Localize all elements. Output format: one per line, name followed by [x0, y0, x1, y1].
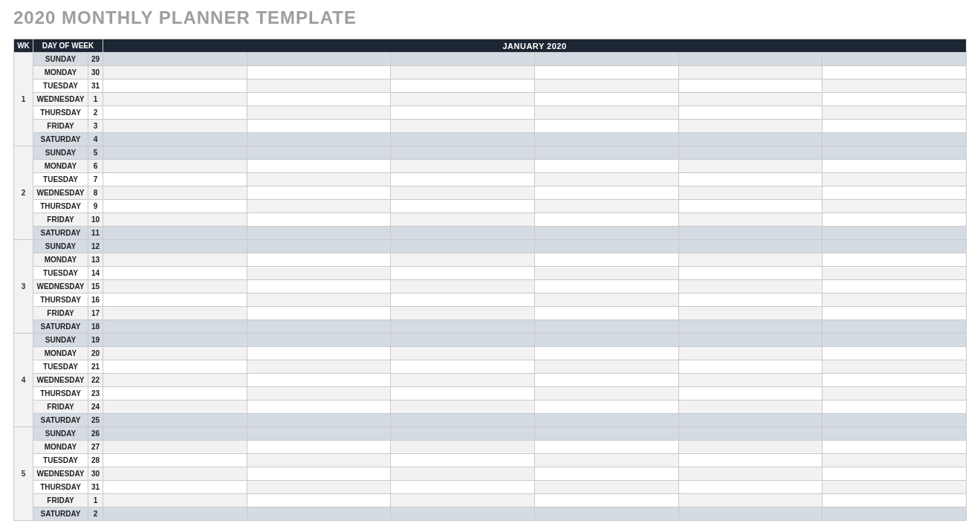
entry-cell[interactable]	[534, 160, 678, 173]
entry-cell[interactable]	[391, 160, 535, 173]
entry-cell[interactable]	[534, 240, 678, 253]
entry-cell[interactable]	[678, 186, 822, 200]
entry-cell[interactable]	[391, 186, 535, 200]
entry-cell[interactable]	[391, 387, 535, 400]
entry-cell[interactable]	[822, 66, 967, 80]
entry-cell[interactable]	[534, 400, 678, 414]
entry-cell[interactable]	[534, 53, 678, 66]
entry-cell[interactable]	[103, 320, 247, 334]
entry-cell[interactable]	[534, 441, 678, 454]
entry-cell[interactable]	[391, 240, 535, 253]
entry-cell[interactable]	[678, 320, 822, 334]
entry-cell[interactable]	[678, 507, 822, 521]
entry-cell[interactable]	[103, 227, 247, 240]
entry-cell[interactable]	[391, 200, 535, 213]
entry-cell[interactable]	[103, 53, 247, 66]
entry-cell[interactable]	[534, 227, 678, 240]
entry-cell[interactable]	[822, 120, 967, 133]
entry-cell[interactable]	[103, 173, 247, 186]
entry-cell[interactable]	[678, 267, 822, 280]
entry-cell[interactable]	[678, 441, 822, 454]
entry-cell[interactable]	[678, 200, 822, 213]
entry-cell[interactable]	[678, 307, 822, 320]
entry-cell[interactable]	[678, 334, 822, 347]
entry-cell[interactable]	[822, 347, 967, 360]
entry-cell[interactable]	[534, 146, 678, 160]
entry-cell[interactable]	[822, 173, 967, 186]
entry-cell[interactable]	[678, 173, 822, 186]
entry-cell[interactable]	[534, 173, 678, 186]
entry-cell[interactable]	[534, 80, 678, 93]
entry-cell[interactable]	[247, 186, 391, 200]
entry-cell[interactable]	[247, 427, 391, 441]
entry-cell[interactable]	[822, 374, 967, 387]
entry-cell[interactable]	[247, 106, 391, 120]
entry-cell[interactable]	[678, 280, 822, 293]
entry-cell[interactable]	[678, 93, 822, 106]
entry-cell[interactable]	[678, 427, 822, 441]
entry-cell[interactable]	[678, 53, 822, 66]
entry-cell[interactable]	[534, 427, 678, 441]
entry-cell[interactable]	[247, 494, 391, 507]
entry-cell[interactable]	[247, 441, 391, 454]
entry-cell[interactable]	[534, 133, 678, 146]
entry-cell[interactable]	[534, 106, 678, 120]
entry-cell[interactable]	[534, 66, 678, 80]
entry-cell[interactable]	[247, 80, 391, 93]
entry-cell[interactable]	[822, 240, 967, 253]
entry-cell[interactable]	[678, 387, 822, 400]
entry-cell[interactable]	[678, 467, 822, 481]
entry-cell[interactable]	[534, 93, 678, 106]
entry-cell[interactable]	[247, 227, 391, 240]
entry-cell[interactable]	[391, 66, 535, 80]
entry-cell[interactable]	[678, 106, 822, 120]
entry-cell[interactable]	[678, 213, 822, 227]
entry-cell[interactable]	[678, 360, 822, 374]
entry-cell[interactable]	[247, 481, 391, 494]
entry-cell[interactable]	[103, 213, 247, 227]
entry-cell[interactable]	[247, 146, 391, 160]
entry-cell[interactable]	[391, 280, 535, 293]
entry-cell[interactable]	[391, 106, 535, 120]
entry-cell[interactable]	[391, 481, 535, 494]
entry-cell[interactable]	[103, 307, 247, 320]
entry-cell[interactable]	[534, 507, 678, 521]
entry-cell[interactable]	[103, 400, 247, 414]
entry-cell[interactable]	[678, 240, 822, 253]
entry-cell[interactable]	[822, 293, 967, 307]
entry-cell[interactable]	[391, 494, 535, 507]
entry-cell[interactable]	[391, 146, 535, 160]
entry-cell[interactable]	[391, 347, 535, 360]
entry-cell[interactable]	[247, 400, 391, 414]
entry-cell[interactable]	[103, 120, 247, 133]
entry-cell[interactable]	[103, 146, 247, 160]
entry-cell[interactable]	[391, 374, 535, 387]
entry-cell[interactable]	[534, 494, 678, 507]
entry-cell[interactable]	[103, 160, 247, 173]
entry-cell[interactable]	[247, 93, 391, 106]
entry-cell[interactable]	[391, 173, 535, 186]
entry-cell[interactable]	[534, 280, 678, 293]
entry-cell[interactable]	[534, 253, 678, 267]
entry-cell[interactable]	[103, 347, 247, 360]
entry-cell[interactable]	[103, 454, 247, 467]
entry-cell[interactable]	[678, 293, 822, 307]
entry-cell[interactable]	[822, 360, 967, 374]
entry-cell[interactable]	[534, 186, 678, 200]
entry-cell[interactable]	[391, 253, 535, 267]
entry-cell[interactable]	[103, 494, 247, 507]
entry-cell[interactable]	[103, 267, 247, 280]
entry-cell[interactable]	[822, 160, 967, 173]
entry-cell[interactable]	[678, 414, 822, 427]
entry-cell[interactable]	[391, 334, 535, 347]
entry-cell[interactable]	[678, 494, 822, 507]
entry-cell[interactable]	[391, 80, 535, 93]
entry-cell[interactable]	[534, 267, 678, 280]
entry-cell[interactable]	[103, 387, 247, 400]
entry-cell[interactable]	[678, 347, 822, 360]
entry-cell[interactable]	[534, 293, 678, 307]
entry-cell[interactable]	[247, 213, 391, 227]
entry-cell[interactable]	[822, 441, 967, 454]
entry-cell[interactable]	[247, 160, 391, 173]
entry-cell[interactable]	[247, 507, 391, 521]
